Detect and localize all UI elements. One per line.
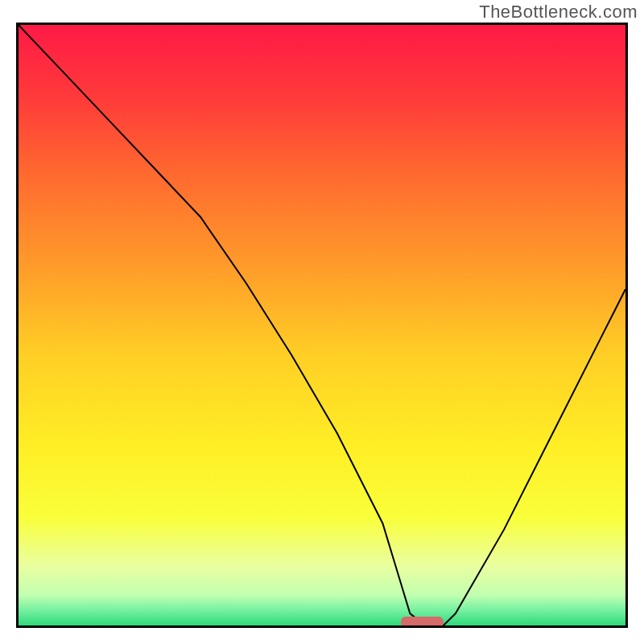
gradient-rect	[19, 25, 625, 625]
watermark-text: TheBottleneck.com	[479, 2, 638, 23]
plot-svg	[19, 25, 625, 625]
optimum-marker	[401, 617, 444, 625]
chart-frame: TheBottleneck.com	[0, 0, 644, 644]
plot-area	[16, 23, 628, 628]
